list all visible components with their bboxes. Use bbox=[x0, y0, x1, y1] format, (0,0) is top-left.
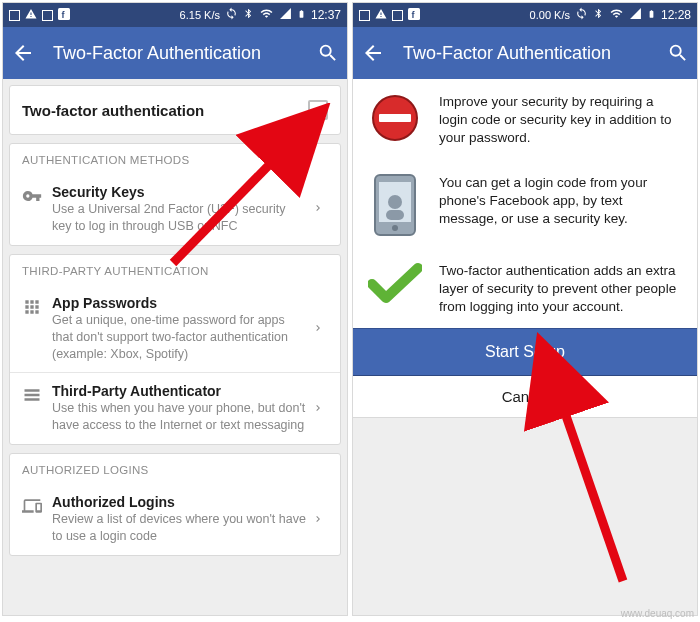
key-icon bbox=[22, 184, 52, 210]
cancel-button[interactable]: Cancel bbox=[353, 376, 697, 418]
network-speed: 0.00 K/s bbox=[530, 9, 570, 21]
row-tp-authenticator[interactable]: Third-Party Authenticator Use this when … bbox=[10, 372, 340, 444]
chevron-right-icon bbox=[312, 511, 332, 529]
start-setup-button[interactable]: Start Setup bbox=[353, 328, 697, 376]
grid-icon bbox=[22, 295, 52, 321]
back-button[interactable] bbox=[361, 41, 385, 65]
row-subtitle: Review a list of devices where you won't… bbox=[52, 511, 308, 545]
intro-item-3: Two-factor authentication adds an extra … bbox=[353, 248, 697, 329]
section-header-methods: AUTHENTICATION METHODS bbox=[10, 144, 340, 174]
no-entry-icon bbox=[367, 93, 423, 143]
tfa-toggle-label: Two-factor authentication bbox=[22, 102, 204, 119]
row-title: Security Keys bbox=[52, 184, 308, 200]
row-authorized-logins[interactable]: Authorized Logins Review a list of devic… bbox=[10, 484, 340, 555]
status-icon bbox=[359, 10, 370, 21]
search-button[interactable] bbox=[317, 42, 339, 64]
intro-text: Improve your security by requiring a log… bbox=[439, 93, 681, 148]
statusbar: f 6.15 K/s 12:37 bbox=[3, 3, 347, 27]
section-header-authorized: AUTHORIZED LOGINS bbox=[10, 454, 340, 484]
appbar: Two-Factor Authentication bbox=[353, 27, 697, 79]
sync-icon bbox=[575, 7, 588, 23]
intro-item-1: Improve your security by requiring a log… bbox=[353, 79, 697, 160]
intro-text: You can get a login code from your phone… bbox=[439, 174, 681, 229]
wifi-icon bbox=[609, 7, 624, 23]
warning-icon bbox=[375, 8, 387, 23]
facebook-icon: f bbox=[58, 8, 70, 23]
wifi-icon bbox=[259, 7, 274, 23]
row-title: App Passwords bbox=[52, 295, 308, 311]
intro-text: Two-factor authentication adds an extra … bbox=[439, 262, 681, 317]
row-app-passwords[interactable]: App Passwords Get a unique, one-time pas… bbox=[10, 285, 340, 373]
network-speed: 6.15 K/s bbox=[180, 9, 220, 21]
signal-icon bbox=[629, 7, 642, 23]
chevron-right-icon bbox=[312, 200, 332, 218]
clock: 12:37 bbox=[311, 8, 341, 22]
chevron-right-icon bbox=[312, 320, 332, 338]
battery-icon bbox=[297, 7, 306, 24]
svg-point-11 bbox=[392, 225, 398, 231]
devices-icon bbox=[22, 494, 52, 520]
status-icon bbox=[9, 10, 20, 21]
start-setup-label: Start Setup bbox=[485, 343, 565, 360]
clock: 12:28 bbox=[661, 8, 691, 22]
tfa-checkbox[interactable] bbox=[308, 100, 328, 120]
statusbar: f 0.00 K/s 12:28 bbox=[353, 3, 697, 27]
section-header-thirdparty: THIRD-PARTY AUTHENTICATION bbox=[10, 255, 340, 285]
row-subtitle: Get a unique, one-time password for apps… bbox=[52, 312, 308, 363]
bluetooth-icon bbox=[593, 7, 604, 23]
battery-icon bbox=[647, 7, 656, 24]
svg-rect-10 bbox=[386, 210, 404, 220]
check-icon bbox=[367, 262, 423, 306]
row-title: Third-Party Authenticator bbox=[52, 383, 308, 399]
tfa-toggle-row[interactable]: Two-factor authentication bbox=[10, 86, 340, 134]
intro-item-2: You can get a login code from your phone… bbox=[353, 160, 697, 248]
page-title: Two-Factor Authentication bbox=[403, 43, 667, 64]
cancel-label: Cancel bbox=[502, 388, 549, 405]
row-subtitle: Use this when you have your phone, but d… bbox=[52, 400, 308, 434]
svg-rect-6 bbox=[379, 114, 411, 122]
chevron-right-icon bbox=[312, 400, 332, 418]
status-icon bbox=[42, 10, 53, 21]
back-button[interactable] bbox=[11, 41, 35, 65]
facebook-icon: f bbox=[408, 8, 420, 23]
layers-icon bbox=[22, 383, 52, 409]
phone-right: f 0.00 K/s 12:28 Two-Factor Authenticati… bbox=[352, 2, 698, 616]
watermark: www.deuaq.com bbox=[621, 608, 694, 619]
warning-icon bbox=[25, 8, 37, 23]
phone-left: f 6.15 K/s 12:37 Two-Factor Authenticati… bbox=[2, 2, 348, 616]
appbar: Two-Factor Authentication bbox=[3, 27, 347, 79]
page-title: Two-Factor Authentication bbox=[53, 43, 317, 64]
svg-point-9 bbox=[388, 195, 402, 209]
row-security-keys[interactable]: Security Keys Use a Universal 2nd Factor… bbox=[10, 174, 340, 245]
phone-icon bbox=[367, 174, 423, 236]
row-subtitle: Use a Universal 2nd Factor (U2F) securit… bbox=[52, 201, 308, 235]
row-title: Authorized Logins bbox=[52, 494, 308, 510]
bluetooth-icon bbox=[243, 7, 254, 23]
signal-icon bbox=[279, 7, 292, 23]
search-button[interactable] bbox=[667, 42, 689, 64]
status-icon bbox=[392, 10, 403, 21]
sync-icon bbox=[225, 7, 238, 23]
